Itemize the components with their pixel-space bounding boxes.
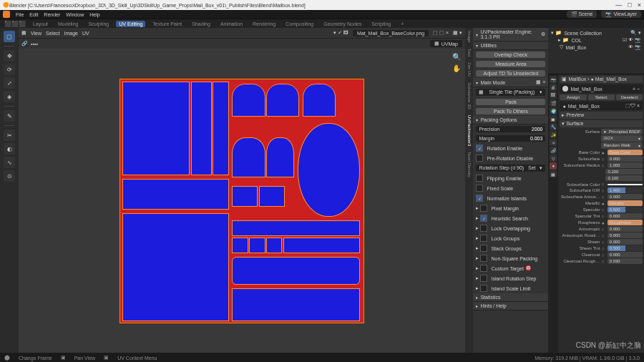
material-properties: ▣ MailBox › ● Mat_Mail_Box Mat_Mail_Box+…	[558, 74, 644, 353]
menu-help[interactable]: Help	[89, 12, 99, 17]
selectmode-buttons[interactable]: ▪▪▪▪	[31, 41, 38, 47]
uv-menu-image[interactable]: Image	[64, 31, 78, 36]
minimize-button[interactable]: —	[615, 1, 622, 9]
hand-icon[interactable]: ✋	[452, 64, 461, 72]
tool-transform[interactable]: ◈	[4, 91, 15, 102]
uv-header: ▦ View Select Image UV ▾ ✓ 🖼 Mat_Mail_Bo…	[19, 28, 465, 38]
sync-icon[interactable]: 🔗	[21, 41, 28, 47]
ws-sculpting[interactable]: Sculpting	[85, 21, 112, 27]
precision-field[interactable]: Precision2000	[476, 126, 545, 132]
maximize-button[interactable]: □	[628, 1, 631, 9]
tab-tool[interactable]: Tool	[467, 46, 472, 59]
uv-menu-select[interactable]: Select	[46, 31, 59, 36]
menu-file[interactable]: File	[16, 12, 24, 17]
measure-area-button[interactable]: Measure Area	[476, 61, 545, 67]
tool-rip[interactable]: ✂	[4, 129, 15, 141]
top-menubar: File Edit Render Window Help 🎬 Scene 📷 V…	[0, 10, 644, 19]
subsurface-field[interactable]: 0.000	[608, 156, 643, 162]
pack-to-others-button[interactable]: Pack To Others	[476, 108, 545, 114]
outliner-collection[interactable]: ▸ 📁 COL☑ 👁 📷	[550, 36, 643, 44]
outliner: ▾ 📁Scene Collection🔍 ▾ ▸ 📁 COL☑ 👁 📷 ▽ Ma…	[548, 28, 644, 74]
uvpackmaster-panel: ▾UVPackmaster Engine: 3.1.3 PR⚙ ▾Utiliti…	[473, 28, 548, 353]
ws-geonodes[interactable]: Geometry Nodes	[321, 21, 364, 27]
sss-method-select[interactable]: Random Walk▾	[601, 142, 643, 149]
ptab-scene[interactable]: 🎬	[550, 99, 557, 107]
ptab-output[interactable]: 🖨	[550, 84, 557, 91]
image-selector[interactable]: Mat_Mail_Box_BaseColor.png	[353, 30, 429, 36]
prerotation-check[interactable]	[476, 155, 483, 162]
ptab-view[interactable]: 🖼	[550, 92, 557, 99]
ws-texturepaint[interactable]: Texture Paint	[150, 21, 185, 27]
menu-window[interactable]: Window	[66, 12, 84, 17]
ptab-constraint[interactable]: 🔗	[550, 147, 557, 154]
uv-menu-uv[interactable]: UV	[82, 31, 89, 36]
left-toolbar: ▢ ✥ ⟳ ⤢ ◈ ✎ ✂ ◐ ∿ ⊙	[0, 28, 19, 353]
tool-move[interactable]: ✥	[4, 50, 15, 62]
basecolor-link[interactable]: Base Color	[608, 150, 643, 155]
subsurfcolor-field[interactable]	[608, 184, 643, 185]
tab-texeldensity[interactable]: Texel Density	[467, 149, 472, 180]
tab-zenuv[interactable]: Zen UV	[467, 59, 472, 79]
tool-grab[interactable]: ◐	[4, 143, 15, 155]
select-button[interactable]: Select	[588, 94, 615, 100]
tool-relax[interactable]: ∿	[4, 157, 15, 168]
tool-scale[interactable]: ⤢	[4, 77, 15, 89]
uvmap-selector[interactable]: ▦ UVMap	[430, 40, 462, 47]
adjust-td-button[interactable]: Adjust TD To Unselected	[476, 70, 545, 77]
uv-menu-view[interactable]: View	[31, 31, 42, 36]
overlap-check-button[interactable]: Overlap Check	[476, 52, 545, 58]
close-button[interactable]: ×	[638, 1, 641, 9]
tab-uvpackmaster[interactable]: UVPackmaster3	[467, 112, 472, 149]
tool-annotate[interactable]: ✎	[4, 110, 15, 122]
fixedscale-check[interactable]	[476, 185, 483, 192]
tile-mode-select[interactable]: ▦ Single Tile (Packing) ▾	[476, 89, 545, 96]
status-change-frame: Change Frame	[19, 356, 52, 361]
ptab-material[interactable]: ●	[550, 162, 557, 170]
ptab-data[interactable]: ▽	[550, 155, 557, 162]
ws-add[interactable]: +	[398, 21, 406, 27]
distribution-select[interactable]: GGX▾	[601, 135, 643, 142]
ws-animation[interactable]: Animation	[218, 21, 245, 27]
assign-button[interactable]: Assign	[560, 94, 586, 100]
uv-image	[119, 79, 364, 323]
ptab-world[interactable]: 🌍	[550, 107, 557, 114]
scene-selector[interactable]: 🎬 Scene	[567, 11, 597, 18]
ptab-modifier[interactable]: 🔧	[550, 123, 557, 130]
menu-render[interactable]: Render	[44, 12, 60, 17]
ws-rendering[interactable]: Rendering	[250, 21, 278, 27]
tool-cursor[interactable]: ▢	[4, 31, 15, 42]
normalize-check[interactable]: ✓	[476, 195, 483, 202]
ws-compositing[interactable]: Compositing	[283, 21, 316, 27]
outliner-object[interactable]: ▽ Mail_Box👁 📷	[550, 44, 643, 51]
flipping-check[interactable]	[476, 175, 483, 182]
ws-layout[interactable]: Layout	[30, 21, 51, 27]
metallic-link[interactable]: Metallic	[608, 200, 643, 206]
breadcrumb: ▣ MailBox › ● Mat_Mail_Box	[560, 76, 643, 83]
ws-uvediting[interactable]: UV Editing	[116, 21, 145, 27]
ptab-render[interactable]: 📷	[550, 76, 557, 83]
magnify-icon[interactable]: 🔍	[452, 53, 461, 61]
ws-scripting[interactable]: Scripting	[369, 21, 394, 27]
ptab-particle[interactable]: ✨	[550, 131, 557, 138]
tab-image[interactable]: Image	[467, 28, 472, 46]
rotation-enable-check[interactable]: ✓	[476, 145, 483, 152]
uv-canvas[interactable]: 🔍 ✋	[19, 49, 465, 353]
tab-substance[interactable]: Substance 3D	[467, 79, 472, 112]
material-slot[interactable]: Mat_Mail_Box+ −	[560, 84, 643, 93]
roughness-link[interactable]: Roughness	[608, 220, 643, 225]
viewlayer-selector[interactable]: 📷 ViewLayer	[601, 11, 641, 18]
rotation-step-field[interactable]: Rotation Step (d 90)Set ▾	[476, 165, 545, 172]
deselect-button[interactable]: Deselect	[616, 94, 643, 100]
ptab-texture[interactable]: ▦	[550, 170, 557, 177]
tool-rotate[interactable]: ⟳	[4, 64, 15, 75]
ws-modeling[interactable]: Modeling	[55, 21, 81, 27]
surface-shader[interactable]: ● Principled BSDF	[601, 129, 643, 134]
material-name-field[interactable]: ● Mat_Mail_Box⬚🛡 ×	[560, 102, 643, 110]
ws-shading[interactable]: Shading	[189, 21, 213, 27]
pack-button[interactable]: Pack	[476, 99, 545, 105]
margin-field[interactable]: Margin0.003	[476, 135, 545, 142]
menu-edit[interactable]: Edit	[29, 12, 38, 17]
ptab-object[interactable]: ▣	[550, 115, 557, 122]
ptab-physics[interactable]: ⚛	[550, 139, 557, 146]
tool-pinch[interactable]: ⊙	[4, 170, 15, 182]
